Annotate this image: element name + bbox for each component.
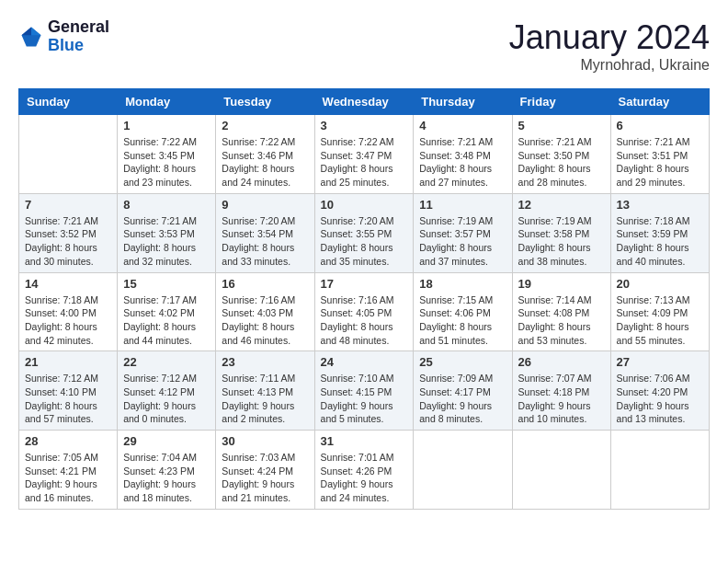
day-number: 31 bbox=[321, 434, 408, 448]
calendar-cell: 16Sunrise: 7:16 AM Sunset: 4:03 PM Dayli… bbox=[216, 272, 314, 351]
day-number: 16 bbox=[222, 277, 308, 291]
calendar-cell: 3Sunrise: 7:22 AM Sunset: 3:47 PM Daylig… bbox=[314, 115, 414, 194]
calendar-cell: 5Sunrise: 7:21 AM Sunset: 3:50 PM Daylig… bbox=[512, 115, 610, 194]
weekday-header: Sunday bbox=[19, 89, 118, 115]
cell-content: Sunrise: 7:16 AM Sunset: 4:03 PM Dayligh… bbox=[222, 293, 308, 348]
calendar-cell: 27Sunrise: 7:06 AM Sunset: 4:20 PM Dayli… bbox=[610, 351, 709, 431]
cell-content: Sunrise: 7:22 AM Sunset: 3:46 PM Dayligh… bbox=[222, 135, 308, 190]
calendar-cell: 26Sunrise: 7:07 AM Sunset: 4:18 PM Dayli… bbox=[512, 351, 610, 431]
day-number: 29 bbox=[123, 434, 210, 448]
day-number: 3 bbox=[321, 119, 408, 132]
day-number: 15 bbox=[123, 277, 210, 291]
day-number: 4 bbox=[419, 119, 506, 132]
calendar-week-row: 21Sunrise: 7:12 AM Sunset: 4:10 PM Dayli… bbox=[19, 351, 710, 431]
day-number: 14 bbox=[25, 277, 111, 291]
cell-content: Sunrise: 7:09 AM Sunset: 4:17 PM Dayligh… bbox=[419, 372, 506, 426]
logo-icon bbox=[18, 24, 44, 50]
day-number: 24 bbox=[321, 355, 408, 369]
calendar-cell: 22Sunrise: 7:12 AM Sunset: 4:12 PM Dayli… bbox=[118, 351, 216, 431]
page-header: General Blue January 2024 Myrnohrad, Ukr… bbox=[18, 18, 710, 74]
day-number: 2 bbox=[222, 119, 308, 132]
calendar-cell: 7Sunrise: 7:21 AM Sunset: 3:52 PM Daylig… bbox=[19, 193, 118, 272]
cell-content: Sunrise: 7:06 AM Sunset: 4:20 PM Dayligh… bbox=[617, 372, 703, 426]
cell-content: Sunrise: 7:20 AM Sunset: 3:54 PM Dayligh… bbox=[222, 214, 308, 269]
day-number: 7 bbox=[25, 198, 111, 212]
day-number: 25 bbox=[419, 355, 506, 369]
calendar-cell: 30Sunrise: 7:03 AM Sunset: 4:24 PM Dayli… bbox=[216, 431, 314, 510]
day-number: 8 bbox=[123, 198, 210, 212]
calendar-cell: 28Sunrise: 7:05 AM Sunset: 4:21 PM Dayli… bbox=[19, 431, 118, 510]
cell-content: Sunrise: 7:16 AM Sunset: 4:05 PM Dayligh… bbox=[321, 293, 408, 348]
logo-text-general: General bbox=[48, 18, 109, 37]
calendar-cell: 10Sunrise: 7:20 AM Sunset: 3:55 PM Dayli… bbox=[314, 193, 414, 272]
weekday-header: Wednesday bbox=[314, 89, 414, 115]
cell-content: Sunrise: 7:11 AM Sunset: 4:13 PM Dayligh… bbox=[222, 372, 308, 426]
cell-content: Sunrise: 7:14 AM Sunset: 4:08 PM Dayligh… bbox=[518, 293, 605, 348]
weekday-header: Friday bbox=[512, 89, 610, 115]
cell-content: Sunrise: 7:21 AM Sunset: 3:53 PM Dayligh… bbox=[123, 214, 210, 269]
cell-content: Sunrise: 7:18 AM Sunset: 4:00 PM Dayligh… bbox=[25, 293, 111, 348]
calendar-cell: 29Sunrise: 7:04 AM Sunset: 4:23 PM Dayli… bbox=[118, 431, 216, 510]
calendar-cell: 20Sunrise: 7:13 AM Sunset: 4:09 PM Dayli… bbox=[610, 272, 709, 351]
calendar-week-row: 7Sunrise: 7:21 AM Sunset: 3:52 PM Daylig… bbox=[19, 193, 710, 272]
calendar-cell bbox=[414, 431, 512, 510]
cell-content: Sunrise: 7:21 AM Sunset: 3:50 PM Dayligh… bbox=[518, 135, 605, 190]
cell-content: Sunrise: 7:10 AM Sunset: 4:15 PM Dayligh… bbox=[321, 372, 408, 426]
day-number: 21 bbox=[25, 355, 111, 369]
cell-content: Sunrise: 7:21 AM Sunset: 3:51 PM Dayligh… bbox=[617, 135, 703, 190]
cell-content: Sunrise: 7:22 AM Sunset: 3:47 PM Dayligh… bbox=[321, 135, 408, 190]
calendar-cell: 31Sunrise: 7:01 AM Sunset: 4:26 PM Dayli… bbox=[314, 431, 414, 510]
weekday-header: Monday bbox=[118, 89, 216, 115]
day-number: 20 bbox=[617, 277, 703, 291]
calendar-cell: 2Sunrise: 7:22 AM Sunset: 3:46 PM Daylig… bbox=[216, 115, 314, 194]
day-number: 30 bbox=[222, 434, 308, 448]
calendar-cell: 14Sunrise: 7:18 AM Sunset: 4:00 PM Dayli… bbox=[19, 272, 118, 351]
day-number: 23 bbox=[222, 355, 308, 369]
svg-marker-2 bbox=[22, 27, 32, 35]
calendar-cell bbox=[19, 115, 118, 194]
cell-content: Sunrise: 7:21 AM Sunset: 3:52 PM Dayligh… bbox=[25, 214, 111, 269]
cell-content: Sunrise: 7:19 AM Sunset: 3:58 PM Dayligh… bbox=[518, 214, 605, 269]
day-number: 10 bbox=[321, 198, 408, 212]
cell-content: Sunrise: 7:13 AM Sunset: 4:09 PM Dayligh… bbox=[617, 293, 703, 348]
calendar-cell: 12Sunrise: 7:19 AM Sunset: 3:58 PM Dayli… bbox=[512, 193, 610, 272]
calendar-cell: 18Sunrise: 7:15 AM Sunset: 4:06 PM Dayli… bbox=[414, 272, 512, 351]
day-number: 5 bbox=[518, 119, 605, 132]
calendar-cell: 6Sunrise: 7:21 AM Sunset: 3:51 PM Daylig… bbox=[610, 115, 709, 194]
day-number: 11 bbox=[419, 198, 506, 212]
day-number: 18 bbox=[419, 277, 506, 291]
calendar-cell: 9Sunrise: 7:20 AM Sunset: 3:54 PM Daylig… bbox=[216, 193, 314, 272]
svg-marker-1 bbox=[31, 27, 41, 35]
day-number: 27 bbox=[617, 355, 703, 369]
calendar-cell: 19Sunrise: 7:14 AM Sunset: 4:08 PM Dayli… bbox=[512, 272, 610, 351]
calendar-cell: 11Sunrise: 7:19 AM Sunset: 3:57 PM Dayli… bbox=[414, 193, 512, 272]
logo: General Blue bbox=[18, 18, 109, 55]
calendar-cell: 15Sunrise: 7:17 AM Sunset: 4:02 PM Dayli… bbox=[118, 272, 216, 351]
weekday-header: Saturday bbox=[610, 89, 709, 115]
cell-content: Sunrise: 7:17 AM Sunset: 4:02 PM Dayligh… bbox=[123, 293, 210, 348]
calendar-week-row: 14Sunrise: 7:18 AM Sunset: 4:00 PM Dayli… bbox=[19, 272, 710, 351]
calendar-cell: 8Sunrise: 7:21 AM Sunset: 3:53 PM Daylig… bbox=[118, 193, 216, 272]
cell-content: Sunrise: 7:12 AM Sunset: 4:12 PM Dayligh… bbox=[123, 372, 210, 426]
day-number: 26 bbox=[518, 355, 605, 369]
calendar-header-row: SundayMondayTuesdayWednesdayThursdayFrid… bbox=[19, 89, 710, 115]
cell-content: Sunrise: 7:15 AM Sunset: 4:06 PM Dayligh… bbox=[419, 293, 506, 348]
calendar-cell: 25Sunrise: 7:09 AM Sunset: 4:17 PM Dayli… bbox=[414, 351, 512, 431]
cell-content: Sunrise: 7:19 AM Sunset: 3:57 PM Dayligh… bbox=[419, 214, 506, 269]
day-number: 22 bbox=[123, 355, 210, 369]
logo-text-blue: Blue bbox=[48, 37, 109, 55]
calendar-cell: 21Sunrise: 7:12 AM Sunset: 4:10 PM Dayli… bbox=[19, 351, 118, 431]
cell-content: Sunrise: 7:01 AM Sunset: 4:26 PM Dayligh… bbox=[321, 451, 408, 505]
calendar-cell bbox=[610, 431, 709, 510]
calendar-table: SundayMondayTuesdayWednesdayThursdayFrid… bbox=[18, 88, 710, 510]
calendar-cell: 24Sunrise: 7:10 AM Sunset: 4:15 PM Dayli… bbox=[314, 351, 414, 431]
calendar-cell: 23Sunrise: 7:11 AM Sunset: 4:13 PM Dayli… bbox=[216, 351, 314, 431]
cell-content: Sunrise: 7:22 AM Sunset: 3:45 PM Dayligh… bbox=[123, 135, 210, 190]
calendar-week-row: 1Sunrise: 7:22 AM Sunset: 3:45 PM Daylig… bbox=[19, 115, 710, 194]
cell-content: Sunrise: 7:04 AM Sunset: 4:23 PM Dayligh… bbox=[123, 451, 210, 505]
day-number: 1 bbox=[123, 119, 210, 132]
cell-content: Sunrise: 7:21 AM Sunset: 3:48 PM Dayligh… bbox=[419, 135, 506, 190]
cell-content: Sunrise: 7:05 AM Sunset: 4:21 PM Dayligh… bbox=[25, 451, 111, 505]
cell-content: Sunrise: 7:03 AM Sunset: 4:24 PM Dayligh… bbox=[222, 451, 308, 505]
day-number: 19 bbox=[518, 277, 605, 291]
